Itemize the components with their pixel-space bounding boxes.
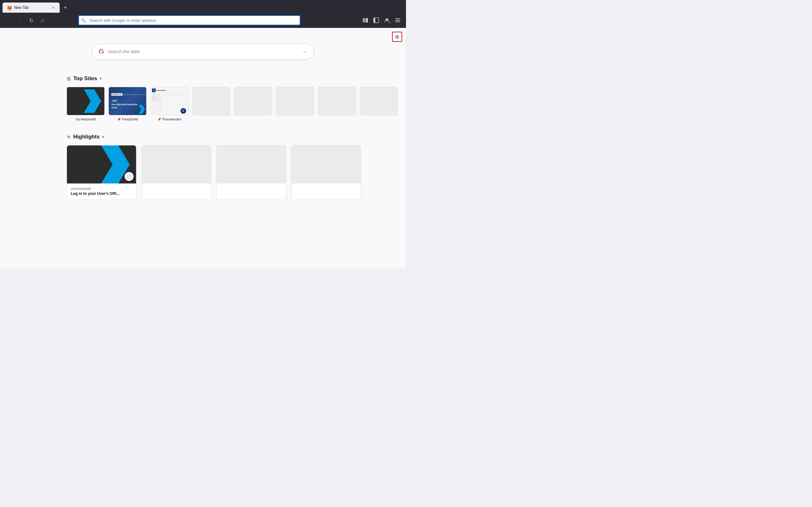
profile-sync-dot: [388, 21, 391, 24]
ks-goals-badge: goals: [111, 100, 118, 102]
top-sites-chevron[interactable]: ▾: [100, 76, 101, 81]
site-tile-my-keepsolid[interactable]: my.keepsolid: [67, 87, 105, 121]
ks-main-thumb-inner: [67, 87, 104, 115]
highlight-thumbnail-empty-1: [142, 146, 211, 183]
tab-close-button[interactable]: ✕: [51, 5, 56, 10]
google-search-arrow: →: [302, 49, 307, 55]
svg-rect-4: [374, 18, 375, 23]
highlights-title: Highlights: [73, 134, 100, 140]
pw-sidebar-item3: [153, 99, 161, 101]
history-icon: 🕐: [125, 172, 134, 181]
site-thumbnail-empty-5: [360, 87, 398, 115]
highlight-card-empty-2[interactable]: [216, 145, 286, 200]
profile-button[interactable]: [383, 16, 392, 25]
site-thumbnail-passwarden: Passwarden: [150, 87, 189, 115]
ks-highlight-domain: my.keepsolid: [71, 187, 132, 190]
highlights-grid: 🕐 my.keepsolid Log in to your User's Off…: [67, 145, 339, 200]
site-label-my-keepsolid: my.keepsolid: [75, 117, 96, 121]
google-logo: G: [99, 48, 104, 55]
site-tile-empty-1[interactable]: [192, 87, 230, 121]
sidebar-toggle-button[interactable]: [372, 16, 380, 25]
pw-thumb-header: Passwarden: [152, 89, 187, 92]
ks-goals-nav: FEATURESPRODUCTPRICINGBLOG: [122, 94, 146, 95]
google-search-wrapper: G Search the Web →: [92, 44, 314, 60]
site-tile-empty-5[interactable]: [360, 87, 398, 121]
ks-goals-logo: KEEPSOLID: [111, 93, 122, 96]
site-tile-empty-2[interactable]: [234, 87, 272, 121]
nav-bar: ← → ↻ ⌂ 🔍: [0, 13, 406, 28]
site-thumbnail-empty-3: [276, 87, 314, 115]
highlight-info-empty-1: [142, 183, 211, 190]
pw-sidebar-line3: [155, 100, 160, 100]
tab-bar: 🦊 New Tab ✕ +: [0, 0, 406, 13]
page-content: ⚙ G Search the Web → ⊞ Top Sites ▾: [0, 28, 406, 269]
site-tile-passwarden[interactable]: Passwarden: [150, 87, 189, 121]
address-bar-container: 🔍: [78, 15, 300, 25]
highlight-thumbnail-empty-2: [217, 146, 286, 183]
pw-sidebar-avatar2: [153, 96, 154, 98]
forward-button[interactable]: →: [15, 16, 24, 25]
pw-main-line2: [162, 94, 177, 95]
site-label-row-passwarden: 📌 Passwarden: [157, 117, 182, 121]
passwarden-pin-icon: 📌: [157, 118, 161, 121]
highlight-card-empty-1[interactable]: [142, 145, 211, 200]
ks-goals-header: KEEPSOLID FEATURESPRODUCTPRICINGBLOG: [111, 93, 144, 96]
ks-highlight-info: my.keepsolid Log in to your User's Offi.…: [67, 183, 136, 200]
back-button[interactable]: ←: [4, 16, 13, 25]
pw-p-letter: P: [183, 110, 184, 112]
top-sites-title: Top Sites: [73, 75, 97, 82]
site-tile-keepsolid[interactable]: KEEPSOLID FEATURESPRODUCTPRICINGBLOG goa…: [108, 87, 147, 121]
top-sites-icon: ⊞: [67, 76, 71, 82]
home-button[interactable]: ⌂: [38, 16, 47, 25]
pw-logo-small: [152, 89, 156, 92]
site-label-passwarden: Passwarden: [162, 117, 182, 121]
site-thumbnail-empty-1: [192, 87, 230, 115]
pw-sidebar-avatar1: [153, 94, 154, 95]
address-search-icon: 🔍: [81, 18, 86, 23]
site-tile-empty-3[interactable]: [276, 87, 314, 121]
highlight-info-empty-2: [217, 183, 286, 190]
new-tab-button[interactable]: +: [61, 3, 70, 12]
site-thumbnail-my-keepsolid: [67, 87, 105, 115]
svg-rect-1: [364, 18, 365, 22]
site-tile-empty-4[interactable]: [318, 87, 356, 121]
pw-sidebar-line1: [155, 95, 160, 95]
highlight-card-my-keepsolid[interactable]: 🕐 my.keepsolid Log in to your User's Off…: [67, 145, 136, 200]
pw-sidebar-item: [153, 94, 161, 96]
tab-favicon: 🦊: [6, 5, 11, 10]
library-button[interactable]: [361, 16, 370, 25]
ks-goals-content: goals Save Big with KeepSolid Goals: [111, 97, 144, 109]
pw-sidebar-item2: [153, 96, 161, 98]
highlight-info-empty-3: [292, 183, 361, 190]
pw-main-line3: [162, 95, 184, 95]
highlight-thumbnail-empty-3: [292, 146, 361, 183]
top-sites-header: ⊞ Top Sites ▾: [67, 75, 339, 82]
nav-right-icons: [361, 16, 402, 25]
address-bar-input[interactable]: [78, 15, 300, 25]
google-search-bar[interactable]: G Search the Web →: [92, 44, 314, 60]
svg-rect-8: [395, 21, 400, 22]
reload-button[interactable]: ↻: [27, 16, 36, 25]
active-tab[interactable]: 🦊 New Tab ✕: [3, 3, 60, 13]
ks-highlight-thumbnail: 🕐: [67, 146, 136, 183]
svg-rect-7: [395, 20, 400, 20]
highlights-chevron[interactable]: ▾: [102, 135, 104, 139]
address-bar-wrapper: 🔍: [78, 15, 300, 25]
top-sites-grid: my.keepsolid KEEPSOLID FEATURESPRODUCTPR…: [67, 87, 339, 121]
keepsolid-pin-icon: 📌: [117, 118, 121, 121]
pw-title-text: Passwarden: [156, 89, 165, 91]
site-thumbnail-keepsolid: KEEPSOLID FEATURESPRODUCTPRICINGBLOG goa…: [108, 87, 147, 115]
pw-main-line4: [162, 96, 175, 96]
site-label-row-keepsolid: 📌 KeepSolid: [117, 117, 138, 121]
menu-button[interactable]: [393, 16, 402, 25]
top-sites-section: ⊞ Top Sites ▾ my.keepsolid: [60, 75, 346, 200]
pw-p-badge: P: [181, 108, 186, 114]
pw-sidebar-avatar3: [153, 99, 154, 101]
pw-sidebar: [152, 93, 161, 114]
settings-gear-button[interactable]: ⚙: [392, 32, 402, 42]
highlight-card-empty-3[interactable]: [291, 145, 361, 200]
svg-rect-6: [395, 18, 400, 19]
pw-sidebar-line2: [155, 97, 160, 98]
site-label-keepsolid: KeepSolid: [122, 117, 138, 121]
ks-goals-title: Save Big with KeepSolid Goals: [111, 103, 144, 109]
